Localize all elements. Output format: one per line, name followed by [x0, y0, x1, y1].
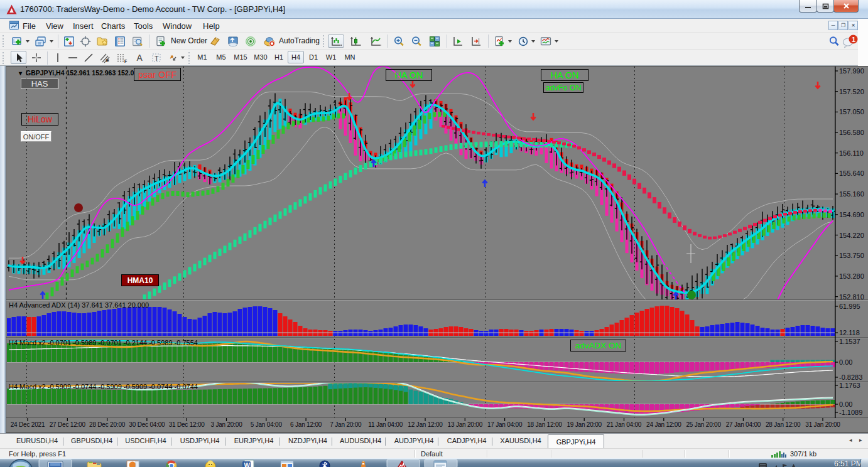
market-watch-button[interactable] [62, 35, 77, 48]
taskbar-icon-yellow-messenger[interactable] [205, 461, 215, 467]
tab-EURUSDiH4[interactable]: EURUSDi,H4 [9, 437, 65, 444]
time-label[interactable]: 3 Jan 20:00 [210, 421, 242, 428]
new-order-button[interactable] [154, 35, 169, 48]
status-profile[interactable]: Default [421, 450, 443, 458]
time-label[interactable]: 17 Jan 04:00 [487, 421, 522, 428]
tab-NZDJPYiH4[interactable]: NZDJPYi,H4 [279, 437, 336, 444]
tab-USDJPYiH4[interactable]: USDJPYi,H4 [171, 437, 228, 444]
title-bar[interactable]: 1760700: TradersWay-Demo - Demo Account … [0, 0, 868, 19]
hma10-label[interactable]: HMA10 [121, 274, 159, 286]
taskbar-icon-orange-app[interactable] [127, 461, 139, 467]
time-label[interactable]: 25 Jan 20:00 [686, 421, 720, 428]
mdi-minimize-button[interactable]: ─ [828, 21, 838, 30]
mdi-close-button[interactable]: ✕ [849, 21, 858, 30]
hline-button[interactable] [65, 51, 80, 64]
tester-button[interactable] [130, 35, 145, 48]
minimize-button[interactable] [799, 0, 817, 13]
close-button[interactable] [833, 0, 859, 13]
taskbar-icon-vlc[interactable] [361, 461, 366, 467]
time-label[interactable]: 13 Jan 20:00 [448, 421, 482, 428]
timeframe-H4[interactable]: H4 [288, 51, 304, 63]
data-window-button[interactable] [78, 35, 93, 48]
new-order-label[interactable]: New Order [171, 36, 207, 45]
zoom-out-button[interactable] [409, 35, 424, 48]
tline-button[interactable] [81, 51, 96, 64]
time-label[interactable]: 30 Dec 04:00 [129, 421, 165, 428]
tab-USDCHFiH4[interactable]: USDCHFi,H4 [117, 437, 174, 444]
taskbar-icon-blue-app[interactable] [320, 461, 330, 467]
timeframe-W1[interactable]: W1 [323, 51, 339, 63]
tab-CADJPYiH4[interactable]: CADJPYi,H4 [438, 437, 495, 444]
time-label[interactable]: 11 Jan 04:00 [368, 421, 403, 428]
time-label[interactable]: 27 Dec 12:00 [50, 421, 85, 428]
autotrading-button[interactable] [262, 35, 277, 48]
timeframe-H1[interactable]: H1 [271, 51, 286, 63]
chart-candles-button[interactable] [348, 35, 363, 48]
vline-button[interactable] [50, 51, 65, 64]
time-label[interactable]: 12 Jan 12:00 [408, 421, 442, 428]
taskbar-icon-remote-desktop[interactable] [48, 461, 63, 467]
periods-button[interactable] [516, 35, 531, 48]
time-label[interactable]: 5 Jan 04:00 [251, 421, 282, 428]
taskbar-icon-chrome[interactable] [166, 460, 177, 467]
advfo-toggle-button[interactable]: advFo ON [543, 82, 583, 93]
tab-GBPUSDiH4[interactable]: GBPUSDi,H4 [63, 437, 120, 444]
tab-GBPJPYiH4[interactable]: GBPJPYi,H4 [548, 434, 604, 449]
advadx-toggle-button[interactable]: advADX ON [570, 340, 626, 352]
menu-file[interactable]: File [23, 21, 36, 31]
mdi-restore-button[interactable]: ❐ [838, 21, 848, 30]
time-label[interactable]: 31 Jan 20:00 [805, 421, 840, 428]
indicators-button[interactable] [492, 35, 507, 48]
timeframe-M1[interactable]: M1 [193, 51, 211, 63]
text-a-button[interactable]: A [132, 51, 147, 64]
time-label[interactable]: 28 Dec 20:00 [89, 421, 125, 428]
onoff-button[interactable]: ON/OFF [21, 131, 52, 142]
psar-toggle-button[interactable]: psar OFF [134, 68, 181, 81]
time-label[interactable]: 21 Jan 04:00 [607, 421, 641, 428]
crosshair-button[interactable] [29, 51, 44, 64]
menu-tools[interactable]: Tools [134, 21, 153, 31]
templates-button[interactable] [538, 35, 553, 48]
search-button[interactable] [827, 35, 842, 48]
publisher-button[interactable] [225, 35, 241, 48]
autotrading-label[interactable]: AutoTrading [279, 36, 320, 45]
ha-toggle-button-2[interactable]: HA ON [541, 69, 589, 81]
shapes-button[interactable] [166, 51, 181, 64]
time-label[interactable]: 24 Jan 12:00 [646, 421, 681, 428]
terminal-button[interactable] [112, 35, 127, 48]
tab-scroll-right-icon[interactable]: ▸ [859, 437, 862, 443]
auto-scroll-button[interactable] [450, 35, 465, 48]
time-label[interactable]: 18 Jan 12:00 [527, 421, 561, 428]
time-label[interactable]: 27 Jan 04:00 [726, 421, 761, 428]
cursor-button[interactable] [11, 51, 26, 64]
show-desktop-button[interactable] [860, 459, 868, 467]
timeframe-MN[interactable]: MN [341, 51, 359, 63]
signals-button[interactable] [243, 35, 258, 48]
chat-button[interactable]: 1 [842, 35, 859, 48]
timeframe-D1[interactable]: D1 [306, 51, 321, 63]
profiles-button[interactable] [33, 35, 48, 48]
taskbar-icon-media-app[interactable] [281, 461, 293, 467]
menu-view[interactable]: View [46, 21, 63, 31]
timeframe-M5[interactable]: M5 [214, 51, 229, 63]
menu-window[interactable]: Window [163, 21, 192, 31]
time-label[interactable]: 24 Dec 2021 [11, 421, 45, 428]
timeframe-M15[interactable]: M15 [231, 51, 250, 63]
time-label[interactable]: 19 Jan 20:00 [567, 421, 601, 428]
taskbar-clock[interactable]: 6:51 PM [834, 459, 862, 467]
chart-plus-button[interactable] [10, 35, 25, 48]
tab-scroll-left-icon[interactable]: ◂ [849, 437, 852, 443]
menu-help[interactable]: Help [203, 21, 220, 31]
taskbar-icons[interactable]: W [0, 459, 868, 467]
maximize-button[interactable] [816, 0, 834, 13]
hilow-button[interactable]: HiLow [21, 113, 58, 126]
timeframe-M30[interactable]: M30 [251, 51, 270, 63]
taskbar-icon-folder[interactable] [87, 462, 101, 467]
taskbar-icon-window[interactable] [434, 461, 447, 467]
menu-insert[interactable]: Insert [73, 21, 94, 31]
menu-charts[interactable]: Charts [101, 21, 125, 31]
label-t-button[interactable]: T [149, 51, 164, 64]
taskbar-icon-word[interactable]: W [242, 460, 254, 467]
time-label[interactable]: 31 Dec 12:00 [169, 421, 205, 428]
chart-shift-button[interactable] [469, 35, 484, 48]
